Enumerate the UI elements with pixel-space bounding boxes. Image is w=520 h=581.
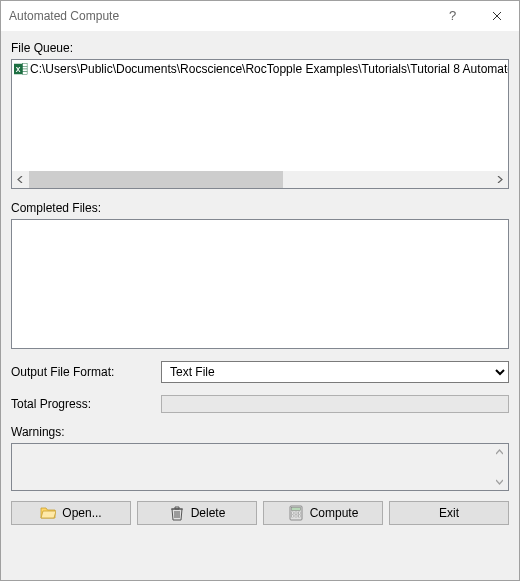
delete-button[interactable]: Delete [137, 501, 257, 525]
svg-text:X: X [16, 66, 21, 73]
close-icon [492, 11, 502, 21]
svg-rect-6 [23, 72, 27, 75]
warnings-text [11, 443, 509, 491]
open-button[interactable]: Open... [11, 501, 131, 525]
window-title: Automated Compute [9, 9, 429, 23]
automated-compute-dialog: Automated Compute ? File Queue: X C:\Use… [0, 0, 520, 581]
svg-rect-9 [291, 512, 293, 514]
total-progress-label: Total Progress: [11, 397, 161, 411]
chevron-right-icon [496, 176, 503, 183]
file-path: C:\Users\Public\Documents\Rocscience\Roc… [30, 62, 509, 76]
delete-button-label: Delete [191, 506, 226, 520]
dialog-content: File Queue: X C:\Users\Public\Documents\… [1, 31, 519, 580]
list-item[interactable]: X C:\Users\Public\Documents\Rocscience\R… [12, 60, 508, 78]
calculator-icon [288, 505, 304, 521]
close-button[interactable] [474, 1, 519, 31]
folder-icon [40, 505, 56, 521]
svg-rect-8 [291, 508, 300, 511]
completed-files-label: Completed Files: [11, 201, 509, 215]
scroll-right-arrow[interactable] [491, 171, 508, 188]
scroll-thumb[interactable] [29, 171, 283, 188]
trash-icon [169, 505, 185, 521]
svg-rect-12 [291, 515, 293, 517]
svg-rect-13 [295, 515, 297, 517]
svg-rect-11 [298, 512, 300, 514]
progress-bar [161, 395, 509, 413]
svg-rect-5 [23, 69, 27, 72]
completed-files-list[interactable] [11, 219, 509, 349]
chevron-left-icon [17, 176, 24, 183]
button-row: Open... Delete [11, 501, 509, 525]
scroll-left-arrow[interactable] [12, 171, 29, 188]
scroll-down-arrow[interactable] [491, 473, 508, 490]
open-button-label: Open... [62, 506, 101, 520]
scroll-up-arrow[interactable] [491, 444, 508, 461]
compute-button-label: Compute [310, 506, 359, 520]
total-progress-row: Total Progress: [11, 395, 509, 413]
titlebar: Automated Compute ? [1, 1, 519, 31]
svg-rect-10 [295, 512, 297, 514]
exit-button[interactable]: Exit [389, 501, 509, 525]
file-queue-label: File Queue: [11, 41, 509, 55]
chevron-up-icon [496, 449, 503, 456]
output-format-label: Output File Format: [11, 365, 161, 379]
chevron-down-icon [496, 478, 503, 485]
warnings-label: Warnings: [11, 425, 509, 439]
svg-rect-3 [23, 64, 27, 67]
svg-rect-14 [298, 515, 300, 517]
horizontal-scrollbar[interactable] [12, 171, 508, 188]
excel-icon: X [14, 62, 28, 76]
output-format-row: Output File Format: Text File [11, 361, 509, 383]
svg-text:?: ? [449, 9, 456, 23]
help-icon: ? [447, 9, 457, 23]
exit-button-label: Exit [439, 506, 459, 520]
vertical-scrollbar[interactable] [491, 444, 508, 490]
help-button[interactable]: ? [429, 1, 474, 31]
file-queue-list[interactable]: X C:\Users\Public\Documents\Rocscience\R… [11, 59, 509, 189]
scroll-track[interactable] [29, 171, 491, 188]
output-format-select[interactable]: Text File [161, 361, 509, 383]
compute-button[interactable]: Compute [263, 501, 383, 525]
svg-rect-4 [23, 66, 27, 69]
